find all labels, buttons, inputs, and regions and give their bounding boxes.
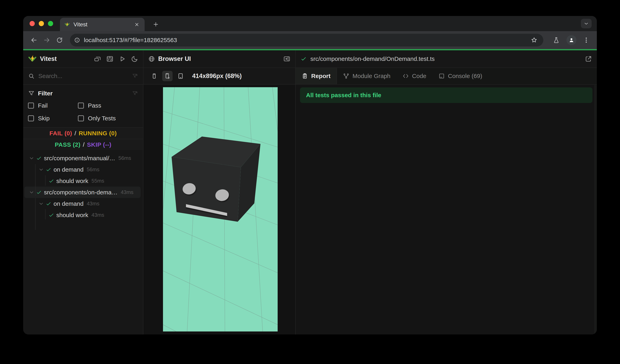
tab-report[interactable]: Report <box>296 68 337 84</box>
code-icon <box>403 73 409 79</box>
profile-avatar[interactable] <box>566 35 576 45</box>
reload-icon[interactable] <box>54 34 65 46</box>
zoom-window-button[interactable] <box>48 21 53 26</box>
minimize-window-button[interactable] <box>39 21 44 26</box>
module-graph-icon <box>343 73 349 79</box>
tab-label: Code <box>412 73 426 79</box>
checkbox-label: Fail <box>38 102 47 109</box>
filter-block: Filter Fail Pass <box>23 85 143 128</box>
tab-code[interactable]: Code <box>397 68 433 84</box>
test-duration: 43ms <box>121 189 134 195</box>
browser-tab[interactable]: Vitest <box>60 18 145 31</box>
clear-search-filter-icon[interactable] <box>132 73 138 79</box>
test-duration: 43ms <box>87 201 99 207</box>
filter-checkbox-only-tests[interactable]: Only Tests <box>78 113 138 123</box>
traffic-lights <box>30 16 53 31</box>
status-row-fail-running[interactable]: FAIL (0) / RUNNING (0) <box>23 128 143 139</box>
small-phone-device-button[interactable] <box>149 71 159 81</box>
back-icon[interactable] <box>28 34 40 46</box>
dark-mode-moon-icon[interactable] <box>131 55 138 62</box>
checkbox[interactable] <box>78 115 84 121</box>
chevron-down-icon[interactable] <box>28 189 35 195</box>
filter-checkbox-fail[interactable]: Fail <box>28 101 78 111</box>
test-duration: 56ms <box>87 166 99 173</box>
status-row-pass-skip[interactable]: PASS (2) / SKIP (--) <box>23 139 143 150</box>
clipboard-icon <box>302 73 308 79</box>
search-input[interactable]: Search... <box>38 73 132 79</box>
test-label: should work <box>56 212 88 218</box>
filter-checkbox-pass[interactable]: Pass <box>78 101 138 111</box>
url-text: localhost:5173/#/?file=1828625563 <box>84 37 530 44</box>
sidebar: Vitest <box>23 50 143 335</box>
test-label: should work <box>56 178 88 184</box>
close-window-button[interactable] <box>30 21 35 26</box>
file-header: src/components/on-demand/OnDemand.test.t… <box>296 50 597 68</box>
browser-menu-kebab-icon[interactable] <box>581 35 592 45</box>
browser-ui-header: Browser UI <box>143 50 295 68</box>
tree-suite-row[interactable]: on demand 43ms <box>24 198 141 209</box>
funnel-icon <box>28 90 35 97</box>
open-external-icon[interactable] <box>585 55 592 62</box>
tree-file-row[interactable]: src/components/manual/… 56ms <box>24 152 141 164</box>
chevron-down-icon[interactable] <box>28 156 35 161</box>
indent-guide <box>35 198 36 230</box>
report-layout-icon[interactable] <box>106 55 113 62</box>
browser-ui-title: Browser UI <box>158 55 191 62</box>
tab-close-icon[interactable] <box>133 21 140 28</box>
indent-guide <box>45 209 46 219</box>
robot-head-cube <box>171 136 261 222</box>
tab-module-graph[interactable]: Module Graph <box>337 68 397 84</box>
device-toolbar: 414x896px (68%) <box>143 68 295 85</box>
checkbox-label: Skip <box>38 115 49 122</box>
globe-icon <box>148 56 155 62</box>
indent-guide <box>35 164 36 196</box>
tab-search-chevron-button[interactable] <box>581 19 592 28</box>
tree-test-row[interactable]: should work 43ms <box>24 209 141 221</box>
pass-check-icon <box>47 178 55 184</box>
tree-test-row[interactable]: should work 55ms <box>24 175 141 187</box>
test-label: src/components/on-dema… <box>44 189 118 196</box>
site-info-icon[interactable] <box>72 35 82 45</box>
status-separator: / <box>75 130 76 137</box>
all-tests-passed-banner: All tests passed in this file <box>300 87 592 103</box>
search-icon <box>28 73 35 79</box>
checkbox[interactable] <box>78 102 84 109</box>
chevron-down-icon[interactable] <box>38 201 45 206</box>
browser-window: Vitest localhost:5173/#/?file=1828625563 <box>23 16 597 335</box>
threejs-scene <box>163 87 278 332</box>
filter-checkbox-skip[interactable]: Skip <box>28 113 78 123</box>
run-all-play-icon[interactable] <box>119 55 126 62</box>
forward-icon[interactable] <box>41 34 52 46</box>
tablet-device-button[interactable] <box>175 71 186 81</box>
checkbox[interactable] <box>28 115 34 121</box>
filter-title: Filter <box>38 90 132 97</box>
tab-console[interactable]: Console (69) <box>433 68 488 84</box>
bookmark-star-icon[interactable] <box>530 36 539 44</box>
url-bar[interactable]: localhost:5173/#/?file=1828625563 <box>70 34 543 46</box>
pass-check-icon <box>35 189 43 195</box>
checkbox[interactable] <box>28 102 34 109</box>
clear-filters-icon[interactable] <box>132 90 138 97</box>
test-duration: 55ms <box>92 178 104 184</box>
scrollbar-gutter[interactable] <box>594 85 597 335</box>
report-tabs: Report Module Graph Code <box>296 68 597 85</box>
pass-check-icon <box>47 212 55 218</box>
dock-panel-right-icon[interactable] <box>283 55 290 62</box>
tab-title: Vitest <box>74 21 133 28</box>
test-label: on demand <box>54 166 83 173</box>
large-phone-device-button[interactable] <box>162 71 172 81</box>
viewport-size-label: 414x896px (68%) <box>192 73 242 80</box>
report-panel: src/components/on-demand/OnDemand.test.t… <box>296 50 597 335</box>
pass-check-icon <box>45 167 52 173</box>
chevron-down-icon[interactable] <box>38 167 45 173</box>
status-separator: / <box>83 141 85 148</box>
search-row[interactable]: Search... <box>23 68 143 85</box>
dashboard-windows-icon[interactable] <box>94 55 101 62</box>
tree-suite-row[interactable]: on demand 56ms <box>24 164 141 175</box>
tree-file-row-selected[interactable]: src/components/on-dema… 43ms <box>24 187 141 198</box>
new-tab-button[interactable] <box>150 19 161 30</box>
experiments-flask-icon[interactable] <box>551 35 562 45</box>
browser-ui-panel: Browser UI 414x896px (68%) <box>143 50 296 335</box>
console-icon <box>438 73 445 79</box>
test-tree: src/components/manual/… 56ms on demand 5… <box>23 150 143 335</box>
